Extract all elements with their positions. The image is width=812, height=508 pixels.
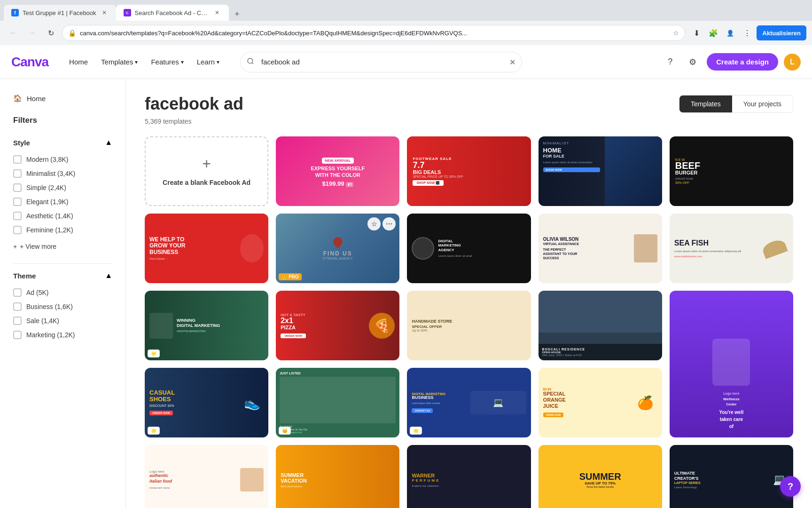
reload-button[interactable]: ↻ [43, 25, 58, 40]
search-input[interactable] [240, 52, 522, 72]
tab-close-1[interactable]: ✕ [100, 8, 109, 17]
pro-badge-6: 👑PRO [279, 273, 302, 280]
filter-feminine[interactable]: Feminine (1,2K) [13, 223, 112, 237]
template-count: 5,369 templates [145, 118, 793, 125]
help-button[interactable]: ? [662, 54, 679, 71]
filter-elegant[interactable]: Elegant (1,9K) [13, 195, 112, 209]
checkbox-sale[interactable] [13, 317, 22, 325]
template-content-12: Handmade Store Special Offer Up to 30% [407, 291, 531, 360]
more-options-icon[interactable]: ⋮ [740, 25, 755, 40]
template-content-13: BOSCALI RESIDENCE OPEN HOUSE 20th June, … [539, 291, 662, 360]
filter-business[interactable]: Business (1,6K) [13, 300, 112, 314]
checkbox-feminine[interactable] [13, 226, 22, 234]
template-card-19[interactable]: Logo here authenticitalian food restaura… [145, 445, 268, 508]
profile-icon[interactable]: 👤 [723, 25, 738, 40]
nav-templates[interactable]: Templates ▾ [95, 54, 143, 70]
search-clear-icon[interactable]: ✕ [509, 57, 515, 66]
nav-features[interactable]: Features ▾ [145, 54, 189, 70]
template-card-7[interactable]: DIGITALMARKETINGAGENCY Lorem ipsum dolor… [407, 214, 531, 283]
tab-close-2[interactable]: ✕ [213, 8, 221, 17]
free-badge-10: 🌟 [148, 349, 160, 357]
template-card-16[interactable]: JUST LISTED $1,234.56 123 Anywhere St, A… [276, 368, 399, 437]
checkbox-elegant[interactable] [13, 198, 22, 206]
view-more-label: + View more [20, 243, 56, 250]
download-icon[interactable]: ⬇ [689, 25, 704, 40]
checkbox-ad[interactable] [13, 288, 22, 297]
star-icon-6[interactable]: ☆ [367, 217, 381, 230]
template-content-15: CASUALSHOES DISCOUNT 30% ORDER NOW 👟 [145, 368, 268, 437]
template-card-8[interactable]: OLIVIA WILSON VIRTUAL ASSISTANCE THE PER… [539, 214, 662, 283]
aktualisieren-button[interactable]: Aktualisieren [757, 25, 806, 40]
checkbox-aesthetic[interactable] [13, 212, 22, 220]
canva-logo[interactable]: Canva [11, 55, 48, 70]
checkbox-minimalist[interactable] [13, 169, 22, 178]
template-card-13[interactable]: BOSCALI RESIDENCE OPEN HOUSE 20th June, … [539, 291, 662, 360]
nav-home[interactable]: Home [63, 54, 94, 70]
header-actions: ? ⚙ Create a design L [662, 53, 801, 71]
tab-favicon-1: f [11, 9, 19, 16]
template-card-9[interactable]: SEA FISH Lorem ipsum dolor sit amet cons… [670, 214, 793, 283]
create-blank-card[interactable]: + Create a blank Facebook Ad [145, 136, 268, 206]
template-card-5[interactable]: WE HELP TOGROW YOURBUSINESS View Details… [145, 214, 268, 283]
style-collapse-icon: ▲ [105, 138, 112, 147]
template-content-7: DIGITALMARKETINGAGENCY Lorem ipsum dolor… [407, 214, 531, 283]
template-card-22[interactable]: SUMMER SAVE UP TO 75% Shop the latest tr… [539, 445, 662, 508]
filter-simple-label: Simple (2,4K) [26, 184, 66, 191]
filter-minimalist[interactable]: Minimalist (3,4K) [13, 167, 112, 181]
filter-feminine-label: Feminine (1,2K) [26, 226, 73, 234]
checkbox-simple[interactable] [13, 183, 22, 192]
settings-button[interactable]: ⚙ [684, 54, 701, 71]
bookmark-icon[interactable]: ☆ [673, 29, 679, 37]
filter-marketing[interactable]: Marketing (1,2K) [13, 328, 112, 342]
home-icon: 🏠 [13, 94, 22, 103]
tab-your-projects[interactable]: Your projects [732, 95, 793, 112]
filter-ad[interactable]: Ad (5K) [13, 286, 112, 300]
template-card-4[interactable]: New BEEF BURGER ORDER NOW 30% OFF [670, 136, 793, 206]
template-content-11: Hot & Tasty 2x1 PIZZA ORDER NOW 🍕 [276, 291, 399, 360]
back-button[interactable]: ← [6, 25, 21, 40]
star-icon[interactable]: ☆ [367, 140, 381, 153]
filter-aesthetic[interactable]: Aesthetic (1,4K) [13, 209, 112, 223]
style-section-header[interactable]: Style ▲ [8, 135, 118, 151]
checkbox-modern[interactable] [13, 155, 22, 164]
nav-learn[interactable]: Learn ▾ [191, 54, 225, 70]
new-tab-button[interactable]: + [231, 8, 244, 21]
tab-1[interactable]: f Test Gruppe #1 | Facebook ✕ [4, 5, 116, 21]
create-design-button[interactable]: Create a design [707, 53, 778, 71]
filter-sale[interactable]: Sale (1,4K) [13, 314, 112, 328]
tab-2[interactable]: C Search Facebook Ad - Canva ✕ [116, 5, 229, 21]
template-card-20[interactable]: SummerVacation Best destinations [276, 445, 399, 508]
template-card-21[interactable]: Warner PERFUME Explore our collection [407, 445, 531, 508]
filter-simple[interactable]: Simple (2,4K) [13, 181, 112, 195]
tab-templates[interactable]: Templates [679, 95, 732, 112]
template-card-2[interactable]: FOOTWEAR SALE 7.7 BIG DEALS SPECIAL PRIC… [407, 136, 531, 206]
checkbox-marketing[interactable] [13, 331, 22, 339]
theme-section-header[interactable]: Theme ▲ [8, 268, 118, 284]
template-content-18: $5.99 SpecialOrangeJuice ORDER NOW 🍊 [539, 368, 662, 437]
filter-modern[interactable]: Modern (3,8K) [13, 152, 112, 167]
floating-help-button[interactable]: ? [780, 476, 801, 497]
template-card-17[interactable]: DIGITAL MARKETING BUSINESS Lorem ipsum d… [407, 368, 531, 437]
template-card-1[interactable]: NEW ARRIVAL EXPRESS YOURSELFWITH THE COL… [276, 136, 399, 206]
view-more-style[interactable]: + + View more [8, 239, 118, 254]
template-content-21: Warner PERFUME Explore our collection [407, 445, 531, 508]
more-icon-6[interactable]: ⋯ [383, 217, 396, 230]
extensions-icon[interactable]: 🧩 [706, 25, 721, 40]
avatar[interactable]: L [784, 54, 801, 71]
more-icon[interactable]: ⋯ [383, 140, 396, 153]
forward-button[interactable]: → [24, 25, 39, 40]
template-content-8: OLIVIA WILSON VIRTUAL ASSISTANCE THE PER… [539, 214, 662, 283]
template-card-10[interactable]: WinningDigital Marketing #DIGITALMARKETI… [145, 291, 268, 360]
template-card-14[interactable]: Logo here Wellness Center You're welltak… [670, 291, 793, 437]
address-bar[interactable]: 🔒 canva.com/search/templates?q=Facebook%… [62, 25, 685, 41]
template-card-23[interactable]: ULTIMATECREATOR'S Laptop Series Latest T… [670, 445, 793, 508]
template-card-3[interactable]: MINIMALIST HOME FOR SALE Lorem ipsum dol… [539, 136, 662, 206]
sidebar-home[interactable]: 🏠 Home [8, 90, 118, 106]
template-card-6[interactable]: FIND US D'TRAVEL AGENCY ☆ ⋯ 👑PRO [276, 214, 399, 283]
template-card-18[interactable]: $5.99 SpecialOrangeJuice ORDER NOW 🍊 [539, 368, 662, 437]
template-card-11[interactable]: Hot & Tasty 2x1 PIZZA ORDER NOW 🍕 [276, 291, 399, 360]
theme-section-title: Theme [13, 272, 36, 280]
checkbox-business[interactable] [13, 302, 22, 311]
template-card-15[interactable]: CASUALSHOES DISCOUNT 30% ORDER NOW 👟 🌟 [145, 368, 268, 437]
template-card-12[interactable]: Handmade Store Special Offer Up to 30% [407, 291, 531, 360]
